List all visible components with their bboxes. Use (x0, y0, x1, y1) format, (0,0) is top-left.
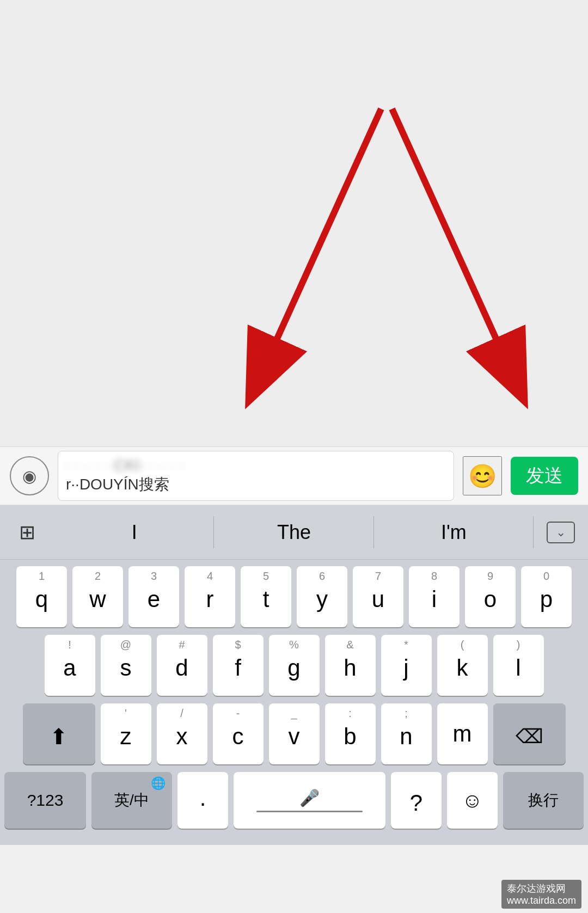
mic-icon: 🎤 (299, 788, 320, 807)
key-t[interactable]: 5t (241, 566, 291, 627)
backspace-key[interactable]: ⌫ (493, 703, 566, 764)
watermark-line1: 泰尔达游戏网 (507, 882, 576, 895)
chat-area (0, 0, 588, 446)
key-j[interactable]: *j (381, 635, 432, 696)
key-p[interactable]: 0p (521, 566, 572, 627)
key-s[interactable]: @s (101, 635, 151, 696)
keyboard: 1q 2w 3e 4r 5t 6y 7u 8i 9o 0p !a @s #d $… (0, 560, 588, 845)
key-g[interactable]: %g (269, 635, 320, 696)
key-q[interactable]: 1q (16, 566, 67, 627)
key-o[interactable]: 9o (465, 566, 516, 627)
globe-icon: 🌐 (151, 776, 166, 791)
emoji-keyboard-key[interactable]: ☺ (447, 772, 498, 829)
key-d[interactable]: #d (157, 635, 207, 696)
key-r[interactable]: 4r (185, 566, 235, 627)
watermark-line2: www.tairda.com (507, 895, 576, 906)
send-button[interactable]: 发送 (511, 457, 578, 495)
emoji-icon: 😊 (468, 463, 497, 489)
keyboard-bottom-row: ?123 🌐 英/中 · 🎤 ? ☺ 换行 (4, 772, 584, 845)
emoji-keyboard-icon: ☺ (462, 789, 483, 812)
shift-key[interactable]: ⬆ (23, 703, 95, 764)
key-x[interactable]: /x (157, 703, 207, 764)
dot-key[interactable]: · (177, 772, 228, 829)
key-e[interactable]: 3e (128, 566, 179, 627)
voice-icon: ◉ (22, 467, 36, 486)
keyboard-row-2: !a @s #d $f %g &h *j (k )l (4, 635, 584, 696)
key-c[interactable]: -c (213, 703, 264, 764)
key-k[interactable]: (k (437, 635, 488, 696)
input-text-blurred: · · · · · CKl· · · · · (66, 457, 446, 474)
svg-line-3 (392, 109, 523, 397)
input-text-visible: r··DOUYÍN搜索 (66, 474, 446, 495)
key-v[interactable]: _v (269, 703, 320, 764)
numbers-key[interactable]: ?123 (4, 772, 86, 829)
newline-key[interactable]: 换行 (503, 772, 584, 829)
key-b[interactable]: :b (325, 703, 376, 764)
text-input[interactable]: · · · · · CKl· · · · · r··DOUYÍN搜索 (58, 451, 454, 501)
suggestion-Im[interactable]: I'm (374, 505, 534, 559)
suggestion-The[interactable]: The (214, 505, 373, 559)
space-key[interactable]: 🎤 (234, 772, 385, 829)
key-i[interactable]: 8i (409, 566, 460, 627)
keyboard-row-1: 1q 2w 3e 4r 5t 6y 7u 8i 9o 0p (4, 566, 584, 627)
voice-button[interactable]: ◉ (10, 456, 49, 495)
question-key[interactable]: ? (391, 772, 442, 829)
emoji-button[interactable]: 😊 (463, 456, 502, 495)
space-bar-line (256, 811, 363, 812)
collapse-suggestions-button[interactable]: ⌄ (534, 522, 588, 543)
key-u[interactable]: 7u (353, 566, 403, 627)
arrows-overlay (0, 0, 588, 446)
key-f[interactable]: $f (213, 635, 264, 696)
key-y[interactable]: 6y (297, 566, 347, 627)
key-h[interactable]: &h (325, 635, 376, 696)
input-bar: ◉ · · · · · CKl· · · · · r··DOUYÍN搜索 😊 发… (0, 446, 588, 505)
suggestion-I[interactable]: I (54, 505, 214, 559)
keyboard-grid-button[interactable]: ⊞ (0, 521, 54, 544)
chevron-down-icon: ⌄ (547, 522, 575, 543)
lang-label: 英/中 (114, 790, 149, 811)
suggestion-The-label: The (277, 521, 311, 544)
svg-line-2 (250, 109, 381, 397)
autocomplete-bar: ⊞ I The I'm ⌄ (0, 505, 588, 560)
suggestion-Im-label: I'm (441, 521, 467, 544)
suggestion-I-label: I (132, 521, 137, 544)
key-w[interactable]: 2w (72, 566, 123, 627)
numbers-label: ?123 (27, 791, 64, 810)
key-n[interactable]: ;n (381, 703, 432, 764)
key-m[interactable]: m (437, 703, 488, 764)
keyboard-row-3: ⬆ 'z /x -c _v :b ;n m ⌫ (4, 703, 584, 764)
grid-icon: ⊞ (19, 521, 35, 544)
key-a[interactable]: !a (45, 635, 95, 696)
key-z[interactable]: 'z (101, 703, 151, 764)
newline-label: 换行 (528, 790, 559, 811)
language-key[interactable]: 🌐 英/中 (91, 772, 172, 829)
key-l[interactable]: )l (493, 635, 544, 696)
watermark: 泰尔达游戏网 www.tairda.com (501, 880, 581, 909)
